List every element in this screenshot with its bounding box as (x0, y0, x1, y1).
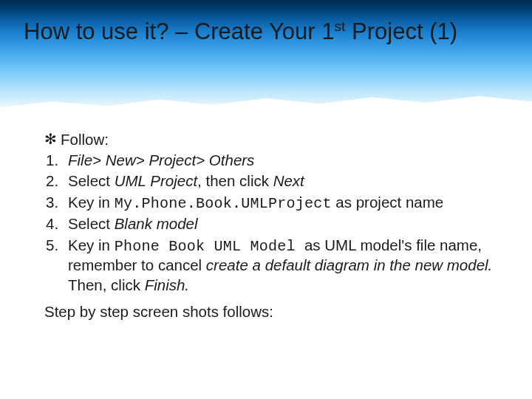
step-row: 4.Select Blank model (46, 214, 497, 233)
step-text-part: create a default diagram in the new mode… (206, 256, 492, 273)
step-text-part: Then, click (68, 276, 145, 293)
step-text-part: Next (273, 172, 304, 189)
step-row: 3.Key in My.Phone.Book.UMLProject as pro… (46, 193, 497, 214)
step-text-part: , then click (197, 172, 273, 189)
step-text-part: Blank model (115, 215, 198, 232)
step-text: Key in Phone Book UML Model as UML model… (68, 236, 497, 295)
follow-line: ✻ Follow: (44, 130, 497, 149)
step-row: 2.Select UML Project, then click Next (46, 171, 497, 191)
step-row: 5.Key in Phone Book UML Model as UML mod… (46, 236, 497, 295)
bullet-icon: ✻ (44, 130, 61, 149)
slide: How to use it? – Create Your 1st Project… (0, 0, 532, 399)
body-content: ✻ Follow: 1.File> New> Project> Others2.… (44, 130, 497, 296)
step-row: 1.File> New> Project> Others (46, 151, 497, 170)
step-text-part: Finish. (145, 276, 189, 293)
step-text-part: File> New> Project> Others (68, 151, 254, 168)
step-text-part: Select (68, 172, 115, 189)
title-pre: How to use it? – Create Your 1 (24, 18, 334, 44)
step-number: 2. (46, 171, 68, 191)
step-text-part: Select (68, 215, 115, 232)
follow-label: Follow: (61, 130, 497, 149)
step-text-part: as project name (332, 194, 444, 211)
step-text: Key in My.Phone.Book.UMLProject as proje… (68, 193, 497, 214)
step-text: Select Blank model (68, 214, 497, 233)
step-text-part: Key in (68, 236, 115, 253)
title-post: Project (1) (345, 18, 457, 44)
steps-list: 1.File> New> Project> Others2.Select UML… (44, 151, 497, 295)
step-number: 1. (46, 151, 68, 170)
slide-title: How to use it? – Create Your 1st Project… (24, 18, 511, 45)
footer-text: Step by step screen shots follows: (44, 303, 502, 321)
step-number: 3. (46, 193, 68, 212)
step-number: 5. (46, 236, 68, 255)
step-text-part: UML Project (115, 172, 197, 189)
step-text: Select UML Project, then click Next (68, 171, 497, 191)
step-text-part: My.Phone.Book.UMLProject (115, 195, 332, 212)
title-sup: st (334, 18, 345, 34)
step-text-part: Key in (68, 194, 115, 211)
step-text-part: Phone Book UML Model (115, 238, 304, 255)
step-text: File> New> Project> Others (68, 151, 497, 170)
step-number: 4. (46, 214, 68, 233)
